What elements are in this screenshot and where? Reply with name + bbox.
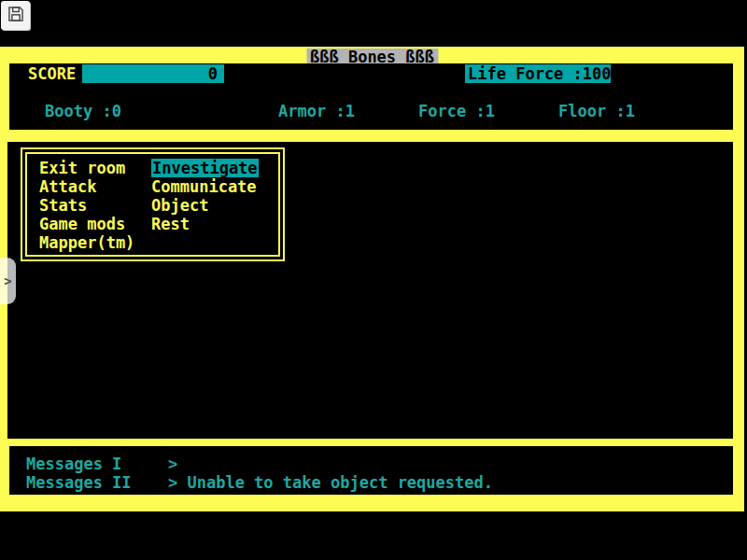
chevron-right-icon: > xyxy=(4,272,11,290)
save-button[interactable] xyxy=(1,1,30,30)
menu-item-object[interactable]: Object xyxy=(151,196,208,215)
messages-1-text: > xyxy=(168,455,177,473)
hud-panel: SCORE : 0 Life Force :100 Booty :0 Armor… xyxy=(9,63,733,130)
menu-item-communicate[interactable]: Communicate xyxy=(151,177,257,196)
stat-booty: Booty :0 xyxy=(45,102,121,120)
drawer-handle[interactable]: > xyxy=(0,258,16,304)
messages-2-text: > Unable to take object requested. xyxy=(168,473,493,492)
menu-item-mapper[interactable]: Mapper(tm) xyxy=(39,233,134,252)
menu-item-exit-room[interactable]: Exit room xyxy=(39,159,125,177)
game-screen: ßßß Bones ßßß SCORE : 0 Life Force :100 … xyxy=(0,47,744,511)
score-bar: 0 xyxy=(82,64,224,83)
stat-floor: Floor :1 xyxy=(558,102,635,120)
stat-force: Force :1 xyxy=(418,102,495,120)
play-area: Exit room Attack Stats Game mods Mapper(… xyxy=(7,142,733,439)
life-force-indicator: Life Force :100 xyxy=(465,64,611,83)
floppy-disk-icon xyxy=(7,5,25,27)
menu-item-rest[interactable]: Rest xyxy=(151,215,190,233)
menu-item-attack[interactable]: Attack xyxy=(39,177,96,196)
emulator-window: ßßß Bones ßßß SCORE : 0 Life Force :100 … xyxy=(0,0,747,560)
menu-item-investigate[interactable]: Investigate xyxy=(151,159,259,177)
menu-item-game-mods[interactable]: Game mods xyxy=(39,215,125,233)
menu-item-stats[interactable]: Stats xyxy=(39,196,87,215)
stat-armor: Armor :1 xyxy=(278,102,355,120)
messages-2-label: Messages II xyxy=(26,473,132,492)
messages-panel: Messages I > Messages II > Unable to tak… xyxy=(9,446,733,495)
messages-1-label: Messages I xyxy=(26,455,121,473)
